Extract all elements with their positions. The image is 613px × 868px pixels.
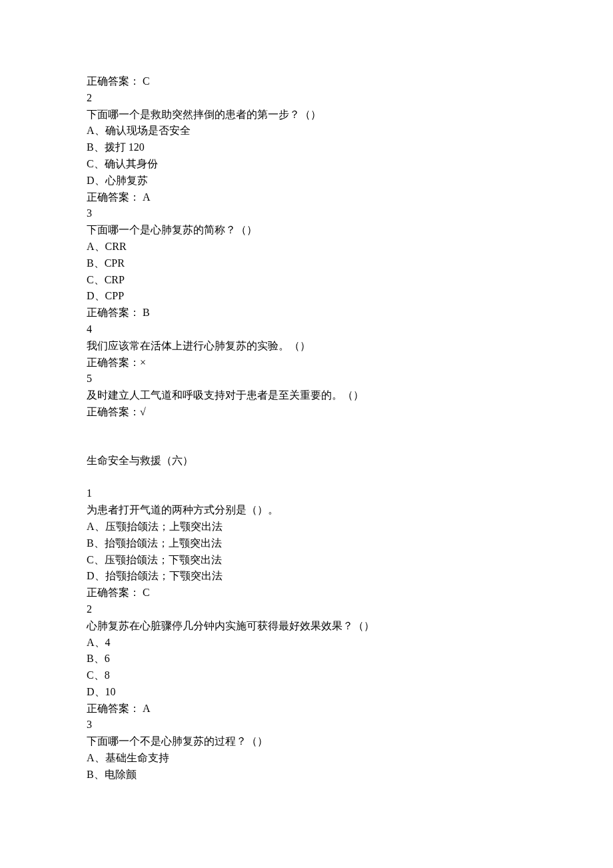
question-stem: 下面哪一个不是心肺复苏的过程？（） <box>87 733 526 750</box>
question-stem: 我们应该常在活体上进行心肺复苏的实验。（） <box>87 338 526 355</box>
question-stem: 及时建立人工气道和呼吸支持对于患者是至关重要的。（） <box>87 387 526 404</box>
answer-text: 正确答案： A <box>87 701 526 717</box>
answer-text: 正确答案： B <box>87 305 526 321</box>
option-a: A、确认现场是否安全 <box>87 123 526 139</box>
option-a: A、压颚抬颌法；上颚突出法 <box>87 519 526 535</box>
question-number: 5 <box>87 371 526 387</box>
section-title: 生命安全与救援（六） <box>87 453 526 469</box>
question-number: 4 <box>87 321 526 338</box>
option-a: A、CRR <box>87 239 526 255</box>
option-d: D、10 <box>87 684 526 701</box>
option-b: B、拨打 120 <box>87 139 526 156</box>
option-a: A、4 <box>87 635 526 651</box>
answer-text: 正确答案： A <box>87 189 526 206</box>
question-number: 3 <box>87 717 526 733</box>
question-stem: 心肺复苏在心脏骤停几分钟内实施可获得最好效果效果？（） <box>87 618 526 635</box>
option-b: B、CPR <box>87 255 526 272</box>
document-page: 正确答案： C 2 下面哪一个是救助突然摔倒的患者的第一步？（） A、确认现场是… <box>0 0 613 868</box>
option-d: D、心肺复苏 <box>87 173 526 189</box>
option-a: A、基础生命支持 <box>87 750 526 767</box>
option-c: C、确认其身份 <box>87 156 526 173</box>
question-stem: 下面哪一个是救助突然摔倒的患者的第一步？（） <box>87 107 526 123</box>
answer-text: 正确答案：√ <box>87 404 526 421</box>
option-c: C、CRP <box>87 272 526 289</box>
answer-text: 正确答案： C <box>87 73 526 90</box>
option-b: B、电除颤 <box>87 767 526 783</box>
option-b: B、抬颚抬颌法；上颚突出法 <box>87 535 526 552</box>
option-c: C、8 <box>87 667 526 684</box>
question-number: 2 <box>87 90 526 107</box>
option-b: B、6 <box>87 651 526 667</box>
question-stem: 下面哪一个是心肺复苏的简称？（） <box>87 222 526 239</box>
answer-text: 正确答案： C <box>87 585 526 601</box>
question-stem: 为患者打开气道的两种方式分别是（）。 <box>87 502 526 519</box>
blank-line <box>87 469 526 486</box>
answer-text: 正确答案：× <box>87 355 526 371</box>
question-number: 3 <box>87 205 526 222</box>
option-d: D、CPP <box>87 288 526 305</box>
blank-space <box>87 421 526 453</box>
option-c: C、压颚抬颌法；下颚突出法 <box>87 552 526 569</box>
question-number: 2 <box>87 601 526 618</box>
option-d: D、抬颚抬颌法；下颚突出法 <box>87 568 526 585</box>
question-number: 1 <box>87 485 526 502</box>
